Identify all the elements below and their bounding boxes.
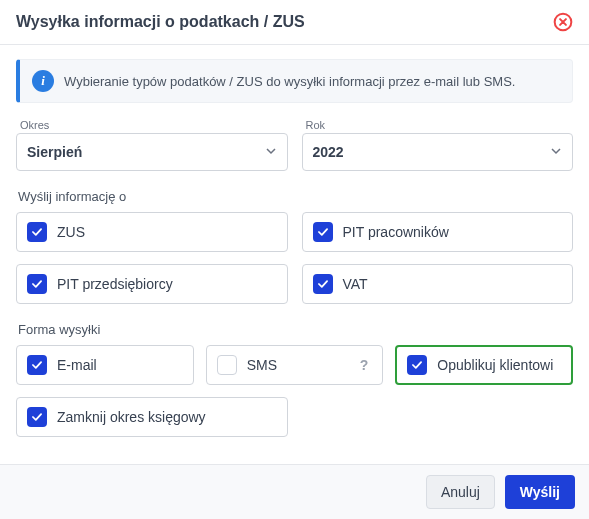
checkbox-sms[interactable] [217, 355, 237, 375]
cancel-button-label: Anuluj [441, 484, 480, 500]
year-label: Rok [306, 119, 574, 131]
check-icon [410, 358, 424, 372]
option-publish-client[interactable]: Opublikuj klientowi [395, 345, 573, 385]
option-pit-entrepreneur-label: PIT przedsiębiorcy [57, 276, 173, 292]
year-select[interactable]: 2022 [302, 133, 574, 171]
option-close-period-label: Zamknij okres księgowy [57, 409, 206, 425]
year-value: 2022 [313, 144, 344, 160]
option-vat-label: VAT [343, 276, 368, 292]
info-text: Wybieranie typów podatków / ZUS do wysył… [64, 74, 515, 89]
cancel-button[interactable]: Anuluj [426, 475, 495, 509]
checkbox-close-period[interactable] [27, 407, 47, 427]
option-pit-employees-label: PIT pracowników [343, 224, 449, 240]
info-banner: i Wybieranie typów podatków / ZUS do wys… [16, 59, 573, 103]
modal-header: Wysyłka informacji o podatkach / ZUS [0, 0, 589, 45]
option-zus-label: ZUS [57, 224, 85, 240]
period-label: Okres [20, 119, 288, 131]
checkbox-email[interactable] [27, 355, 47, 375]
modal-title: Wysyłka informacji o podatkach / ZUS [16, 13, 305, 31]
close-button[interactable] [551, 10, 575, 34]
period-value: Sierpień [27, 144, 82, 160]
checkbox-pit-employees[interactable] [313, 222, 333, 242]
checkbox-zus[interactable] [27, 222, 47, 242]
option-pit-employees[interactable]: PIT pracowników [302, 212, 574, 252]
send-button-label: Wyślij [520, 484, 560, 500]
send-button[interactable]: Wyślij [505, 475, 575, 509]
delivery-options: E-mail SMS ? Opublikuj klientowi [16, 345, 573, 385]
period-select[interactable]: Sierpień [16, 133, 288, 171]
help-icon[interactable]: ? [356, 357, 373, 373]
check-icon [30, 410, 44, 424]
option-publish-client-label: Opublikuj klientowi [437, 357, 553, 373]
caret-down-icon [550, 144, 562, 160]
section-label-info: Wyślij informację o [18, 189, 573, 204]
option-sms-label: SMS [247, 357, 277, 373]
option-close-period[interactable]: Zamknij okres księgowy [16, 397, 288, 437]
option-email-label: E-mail [57, 357, 97, 373]
option-zus[interactable]: ZUS [16, 212, 288, 252]
option-sms[interactable]: SMS ? [206, 345, 384, 385]
option-vat[interactable]: VAT [302, 264, 574, 304]
period-year-row: Okres Sierpień Rok 2022 [16, 119, 573, 171]
check-icon [30, 277, 44, 291]
modal-body: i Wybieranie typów podatków / ZUS do wys… [0, 45, 589, 464]
modal: Wysyłka informacji o podatkach / ZUS i W… [0, 0, 589, 519]
checkbox-vat[interactable] [313, 274, 333, 294]
check-icon [316, 277, 330, 291]
checkbox-publish-client[interactable] [407, 355, 427, 375]
info-icon: i [32, 70, 54, 92]
option-email[interactable]: E-mail [16, 345, 194, 385]
check-icon [30, 358, 44, 372]
close-icon [553, 12, 573, 32]
check-icon [220, 358, 234, 372]
modal-footer: Anuluj Wyślij [0, 464, 589, 519]
check-icon [316, 225, 330, 239]
check-icon [30, 225, 44, 239]
section-label-delivery: Forma wysyłki [18, 322, 573, 337]
option-pit-entrepreneur[interactable]: PIT przedsiębiorcy [16, 264, 288, 304]
tax-options: ZUS PIT pracowników PIT przedsiębiorcy V… [16, 212, 573, 304]
checkbox-pit-entrepreneur[interactable] [27, 274, 47, 294]
caret-down-icon [265, 144, 277, 160]
